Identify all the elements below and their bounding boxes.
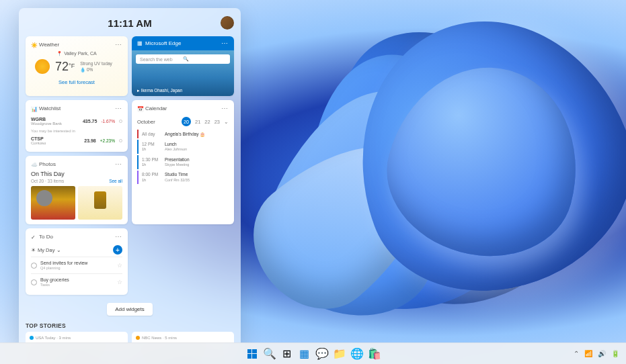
calendar-event[interactable]: 8:00 PM1hStudio TimeConf Rm 32/35: [137, 171, 229, 185]
edge-search-input[interactable]: Search the web 🔍: [136, 54, 230, 64]
photos-heading: On This Day: [31, 171, 122, 177]
calendar-title: Calendar: [145, 105, 219, 111]
chevron-up-icon[interactable]: ⌃: [574, 350, 579, 357]
explorer-button[interactable]: 📁: [332, 347, 347, 361]
todo-item[interactable]: Buy groceriesTasks☆: [31, 273, 122, 290]
store-button[interactable]: 🛍️: [367, 347, 382, 361]
weather-icon: ☀️: [31, 42, 36, 48]
calendar-event[interactable]: 1:30 PM1hPresentationSkype Meeting: [137, 155, 229, 169]
user-avatar[interactable]: [221, 16, 234, 30]
todo-list-selector[interactable]: ☀ My Day ⌄: [31, 247, 61, 253]
chevron-down-icon[interactable]: ⌄: [224, 119, 229, 125]
edge-title: Microsoft Edge: [145, 40, 219, 46]
start-button[interactable]: [245, 347, 260, 361]
edge-caption: ▸ Ikema Ohashi, Japan: [137, 88, 182, 93]
weather-more-icon[interactable]: ⋯: [115, 41, 122, 48]
todo-checkbox[interactable]: [31, 279, 37, 285]
task-view-button[interactable]: ⊞: [280, 347, 295, 361]
stock-indicator-icon: [119, 139, 122, 142]
star-icon[interactable]: ☆: [117, 262, 122, 269]
weather-condition: Strong UV today: [80, 60, 112, 66]
widgets-panel: 11:11 AM ☀️ Weather ⋯ 📍 Valley Park, CA …: [19, 8, 241, 351]
todo-more-icon[interactable]: ⋯: [115, 233, 122, 240]
weather-location: 📍 Valley Park, CA: [31, 51, 122, 56]
system-tray[interactable]: ⌃ 📶 🔊 🔋: [574, 350, 619, 357]
calendar-day[interactable]: 20: [182, 117, 191, 126]
photos-widget[interactable]: ☁️ Photos ⋯ On This Day Oct 20 · 33 item…: [26, 156, 128, 224]
widgets-button[interactable]: ▦: [297, 347, 312, 361]
calendar-day[interactable]: 21: [195, 119, 200, 125]
volume-icon[interactable]: 🔊: [598, 350, 606, 357]
weather-precip: 💧 0%: [80, 66, 112, 73]
calendar-event[interactable]: All dayAngela's Birthday 🎂: [137, 130, 229, 138]
add-widgets-button[interactable]: Add widgets: [107, 303, 153, 316]
watchlist-more-icon[interactable]: ⋯: [115, 105, 122, 112]
calendar-day[interactable]: 22: [204, 119, 210, 125]
wifi-icon[interactable]: 📶: [584, 350, 592, 357]
battery-icon[interactable]: 🔋: [611, 350, 619, 357]
weather-temp: 72: [55, 60, 69, 73]
todo-checkbox[interactable]: [31, 263, 37, 269]
edge-icon: ▦: [137, 40, 143, 46]
calendar-more-icon[interactable]: ⋯: [221, 105, 229, 112]
todo-title: To Do: [39, 234, 112, 240]
calendar-event[interactable]: 12 PM1hLunchAlex Johnson: [137, 140, 229, 154]
weather-title: Weather: [39, 42, 112, 48]
calendar-icon: 📅: [137, 106, 143, 111]
search-icon: 🔍: [183, 56, 226, 62]
photos-icon: ☁️: [31, 162, 36, 167]
weather-widget[interactable]: ☀️ Weather ⋯ 📍 Valley Park, CA 72°F Stro…: [26, 36, 128, 96]
weather-forecast-link[interactable]: See full forecast: [31, 79, 122, 85]
calendar-day[interactable]: 23: [214, 119, 220, 125]
calendar-month[interactable]: October: [137, 119, 155, 125]
todo-widget[interactable]: ✓ To Do ⋯ ☀ My Day ⌄ + Send invites for …: [26, 228, 128, 295]
todo-icon: ✓: [31, 234, 36, 240]
photos-sub: Oct 20 · 33 items: [31, 179, 64, 183]
taskbar: 🔍 ⊞ ▦ 💬 📁 🌐 🛍️ ⌃ 📶 🔊 🔋: [0, 343, 626, 364]
edge-more-icon[interactable]: ⋯: [221, 40, 229, 47]
sun-icon: [35, 59, 50, 74]
photo-thumbnail[interactable]: [31, 186, 75, 220]
stock-row[interactable]: CTSP Contoso 23.98 +2.23%: [31, 134, 122, 147]
clock-time: 11:11 AM: [108, 17, 151, 29]
stock-indicator-icon: [119, 120, 122, 123]
star-icon[interactable]: ☆: [117, 279, 122, 285]
edge-widget[interactable]: ▦ Microsoft Edge ⋯ Search the web 🔍 ▸ Ik…: [132, 36, 234, 96]
stock-row[interactable]: WGRB Woodgrove Bank 435.75 -1.67%: [31, 115, 122, 128]
chevron-down-icon: ⌄: [56, 247, 61, 253]
photos-more-icon[interactable]: ⋯: [115, 161, 122, 168]
watchlist-icon: 📊: [31, 106, 36, 111]
photo-thumbnail[interactable]: [78, 186, 122, 220]
chat-button[interactable]: 💬: [315, 347, 329, 361]
watchlist-title: Watchlist: [39, 105, 112, 111]
photos-see-all-link[interactable]: See all: [109, 179, 122, 183]
photos-title: Photos: [39, 161, 112, 167]
calendar-widget[interactable]: 📅 Calendar ⋯ October 20 21 22 23 ⌄ All d…: [132, 100, 234, 224]
edge-button[interactable]: 🌐: [350, 347, 364, 361]
widgets-header: 11:11 AM: [26, 13, 234, 32]
sun-icon: ☀: [31, 247, 36, 253]
news-header: TOP STORIES: [26, 322, 234, 329]
todo-item[interactable]: Send invites for reviewQ4 planning☆: [31, 257, 122, 273]
watchlist-widget[interactable]: 📊 Watchlist ⋯ WGRB Woodgrove Bank 435.75…: [26, 100, 128, 152]
search-button[interactable]: 🔍: [262, 347, 277, 361]
todo-add-button[interactable]: +: [113, 245, 122, 255]
